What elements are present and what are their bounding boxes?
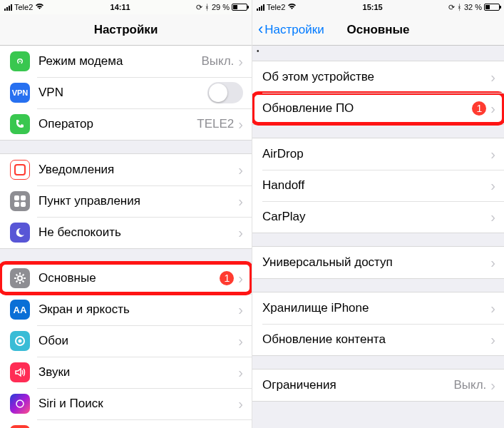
row-siri-search[interactable]: Siri и Поиск › xyxy=(0,388,252,419)
signal-icon xyxy=(4,4,12,11)
battery-icon xyxy=(484,4,500,11)
row-label: Экран и яркость xyxy=(38,302,238,317)
chevron-right-icon: › xyxy=(238,302,243,318)
row-vpn[interactable]: VPN VPN xyxy=(0,77,252,108)
navbar: Настройки xyxy=(0,14,252,46)
continuity-group: AirDrop › Handoff › CarPlay › xyxy=(252,138,504,233)
row-label: Ограничения xyxy=(262,378,453,392)
row-about[interactable]: Об этом устройстве › xyxy=(252,61,504,93)
back-label: Настройки xyxy=(264,23,324,37)
svg-point-3 xyxy=(16,400,24,407)
row-value: TELE2 xyxy=(197,117,234,131)
chevron-right-icon: › xyxy=(490,332,495,348)
row-wallpaper[interactable]: Обои › xyxy=(0,325,252,357)
chevron-right-icon: › xyxy=(490,377,495,394)
vpn-switch[interactable] xyxy=(207,82,243,103)
device-group: Основные 1 › AA Экран и яркость › Обои ›… xyxy=(0,262,252,428)
chevron-right-icon: › xyxy=(490,255,495,271)
badge: 1 xyxy=(472,101,486,116)
restrictions-group: Ограничения Выкл. › xyxy=(252,369,504,402)
row-software-update[interactable]: Обновление ПО 1 › xyxy=(252,93,504,124)
chevron-right-icon: › xyxy=(490,209,495,225)
row-value: Выкл. xyxy=(453,378,486,392)
chevron-left-icon: ‹ xyxy=(258,21,263,37)
general-screen: Tele2 15:15 ⟳ ᚼ 32 % ‹ Настройки Основны… xyxy=(252,0,504,428)
row-carplay[interactable]: CarPlay › xyxy=(252,201,504,233)
row-touch-id[interactable]: Touch ID и код-пароль › xyxy=(0,419,252,428)
chevron-right-icon: › xyxy=(490,300,495,317)
row-control-center[interactable]: Пункт управления › xyxy=(0,185,252,217)
row-label: Основные xyxy=(38,271,220,285)
row-label: Оператор xyxy=(38,117,197,131)
hotspot-icon xyxy=(10,51,30,71)
status-bar: Tele2 15:15 ⟳ ᚼ 32 % xyxy=(252,0,504,14)
battery-pct: 29 % xyxy=(212,3,230,11)
row-label: Пункт управления xyxy=(38,194,238,208)
vpn-icon: VPN xyxy=(10,83,30,103)
display-icon: AA xyxy=(10,300,30,320)
row-label: Универсальный доступ xyxy=(262,255,490,270)
chevron-right-icon: › xyxy=(238,396,243,412)
status-time: 15:15 xyxy=(297,3,448,11)
chevron-right-icon: › xyxy=(238,116,243,133)
row-carrier[interactable]: Оператор TELE2 › xyxy=(0,108,252,140)
carrier-name: Tele2 xyxy=(267,3,285,11)
row-restrictions[interactable]: Ограничения Выкл. › xyxy=(252,370,504,401)
row-label: Не беспокоить xyxy=(38,225,238,240)
sound-icon xyxy=(10,362,30,382)
about-group: Об этом устройстве › Обновление ПО 1 › xyxy=(252,61,504,125)
row-notifications[interactable]: Уведомления › xyxy=(0,154,252,185)
chevron-right-icon: › xyxy=(238,193,243,210)
notifications-group: Уведомления › Пункт управления › Не бесп… xyxy=(0,153,252,249)
row-label: Обновление ПО xyxy=(262,101,472,116)
chevron-right-icon: › xyxy=(238,333,243,350)
row-sounds[interactable]: Звуки › xyxy=(0,357,252,388)
row-label: Уведомления xyxy=(38,163,238,177)
row-accessibility[interactable]: Универсальный доступ › xyxy=(252,247,504,278)
row-label: Об этом устройстве xyxy=(262,70,490,84)
row-label: Хранилище iPhone xyxy=(262,301,490,315)
row-label: Обновление контента xyxy=(262,332,490,347)
svg-point-0 xyxy=(18,276,22,280)
wifi-icon xyxy=(287,2,297,12)
row-handoff[interactable]: Handoff › xyxy=(252,170,504,201)
orientation-lock-icon: ⟳ xyxy=(196,3,202,12)
wifi-icon xyxy=(35,2,44,12)
control-center-icon xyxy=(10,191,30,211)
accessibility-group: Универсальный доступ › xyxy=(252,246,504,279)
connectivity-group: Режим модема Выкл. › VPN VPN Оператор TE… xyxy=(0,46,252,141)
chevron-right-icon: › xyxy=(238,162,243,178)
row-label: Режим модема xyxy=(38,54,201,68)
wallpaper-icon xyxy=(10,331,30,351)
row-display-brightness[interactable]: AA Экран и яркость › xyxy=(0,294,252,325)
chevron-right-icon: › xyxy=(490,69,495,86)
storage-group: Хранилище iPhone › Обновление контента › xyxy=(252,292,504,356)
fingerprint-icon xyxy=(10,425,30,428)
row-label: Siri и Поиск xyxy=(38,397,238,411)
back-button[interactable]: ‹ Настройки xyxy=(252,23,330,37)
row-airdrop[interactable]: AirDrop › xyxy=(252,138,504,170)
carrier-name: Tele2 xyxy=(14,3,33,11)
ellipsis-indicator: • xyxy=(252,46,504,56)
row-label: AirDrop xyxy=(262,147,490,161)
siri-icon xyxy=(10,394,30,414)
row-label: Звуки xyxy=(38,365,238,379)
row-label: Handoff xyxy=(262,178,490,193)
chevron-right-icon: › xyxy=(238,270,243,287)
gear-icon xyxy=(10,268,30,288)
row-general[interactable]: Основные 1 › xyxy=(0,263,252,294)
battery-pct: 32 % xyxy=(464,3,482,11)
row-label: CarPlay xyxy=(262,210,490,224)
row-personal-hotspot[interactable]: Режим модема Выкл. › xyxy=(0,46,252,77)
navbar: ‹ Настройки Основные xyxy=(252,14,504,46)
row-background-refresh[interactable]: Обновление контента › xyxy=(252,324,504,355)
orientation-lock-icon: ⟳ xyxy=(448,3,455,12)
row-storage[interactable]: Хранилище iPhone › xyxy=(252,292,504,324)
svg-point-2 xyxy=(19,340,22,343)
bluetooth-icon: ᚼ xyxy=(457,3,462,11)
row-value: Выкл. xyxy=(201,54,234,68)
chevron-right-icon: › xyxy=(238,225,243,241)
status-bar: Tele2 14:11 ⟳ ᚼ 29 % xyxy=(0,0,252,14)
row-do-not-disturb[interactable]: Не беспокоить › xyxy=(0,217,252,248)
chevron-right-icon: › xyxy=(490,101,495,117)
